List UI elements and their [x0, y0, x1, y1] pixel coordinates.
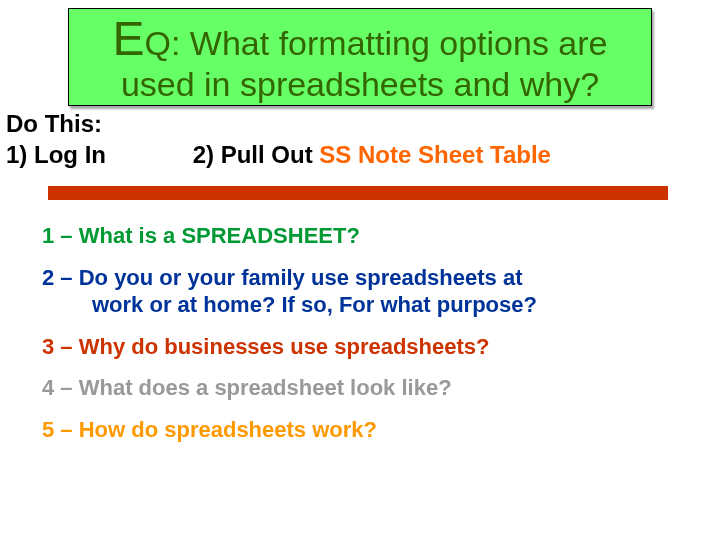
eq-text-line1: What formatting options are [180, 24, 607, 62]
question-1: 1 – What is a SPREADSHEET? [42, 222, 682, 250]
instructions-block: Do This: 1) Log In 2) Pull Out SS Note S… [6, 108, 551, 170]
instructions-heading: Do This: [6, 108, 551, 139]
step-2-highlight: SS Note Sheet Table [319, 141, 551, 168]
divider-bar [48, 186, 668, 200]
question-4: 4 – What does a spreadsheet look like? [42, 374, 682, 402]
questions-list: 1 – What is a SPREADSHEET? 2 – Do you or… [42, 222, 682, 457]
eq-letter-q: Q: [145, 24, 181, 62]
essential-question-box: EQ: What formatting options are used in … [68, 8, 652, 106]
instructions-steps: 1) Log In 2) Pull Out SS Note Sheet Tabl… [6, 139, 551, 170]
eq-letter-e: E [112, 12, 144, 65]
step-1-login: 1) Log In [6, 139, 186, 170]
question-5: 5 – How do spreadsheets work? [42, 416, 682, 444]
eq-line1: EQ: What formatting options are [79, 13, 641, 66]
eq-text-line2: used in spreadsheets and why? [79, 66, 641, 103]
question-2: 2 – Do you or your family use spreadshee… [42, 264, 682, 319]
question-2-line1: 2 – Do you or your family use spreadshee… [42, 265, 523, 290]
step-2-prefix: 2) Pull Out [193, 141, 320, 168]
question-3: 3 – Why do businesses use spreadsheets? [42, 333, 682, 361]
question-2-line2: work or at home? If so, For what purpose… [42, 291, 682, 319]
